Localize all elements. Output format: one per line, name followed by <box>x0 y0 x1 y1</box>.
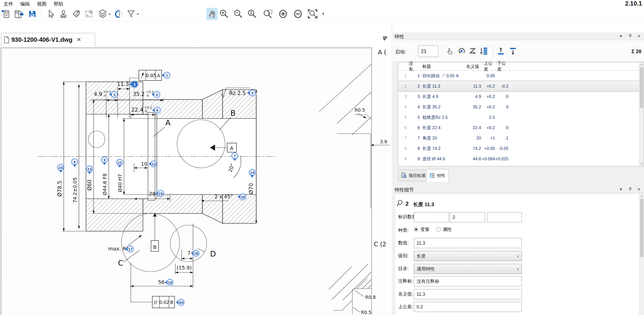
chevron-down-icon: ∨ <box>517 254 519 258</box>
svg-text:1: 1 <box>90 11 91 13</box>
toolbar-collapse-caret[interactable] <box>321 12 324 15</box>
tab-characteristics-label: 特性 <box>437 173 445 179</box>
characteristics-table: 没有。 标题 名义值 上公差 下公差 11径向跳动 ↗ 0.05 A0.0522… <box>398 62 644 166</box>
document-tab[interactable]: 930-1200-406-V1.dwg ✕ <box>1 33 95 46</box>
panel-pin-icon[interactable] <box>629 187 632 192</box>
table-row-2[interactable]: 22长度 11.311.3+0.2-0.2 <box>398 81 639 91</box>
kind-radio-group: 变量属性 <box>414 226 458 233</box>
selection-border <box>1 48 372 315</box>
panel-dropdown-icon[interactable]: ▼ <box>619 34 623 38</box>
decrease-button[interactable] <box>292 8 304 20</box>
detail-scrollbar[interactable]: ∧ <box>639 194 644 315</box>
id-count-input-3[interactable] <box>487 212 522 222</box>
id-count-input-2[interactable] <box>450 212 485 222</box>
project-expand-icon <box>401 173 407 178</box>
id-count-input-1[interactable] <box>414 212 449 222</box>
dim-text: 3.9 <box>380 139 387 144</box>
properties-panel-title: 特性 <box>395 33 404 40</box>
detail-item-title: 长度 11.3 <box>413 201 434 208</box>
properties-panel-header: 特性 ▼ ✕ <box>393 32 644 40</box>
table-row-8[interactable]: 88长度 74.274.2+0.05-0.05 <box>398 143 639 154</box>
filter-dropdown-caret[interactable] <box>137 14 139 16</box>
kind-radio-0[interactable]: 变量 <box>414 226 430 232</box>
kind-label: 种类: <box>398 227 409 233</box>
renumber-rotate-icon[interactable] <box>457 47 467 56</box>
zoom-in-tool-button[interactable] <box>219 8 230 20</box>
filter-tool-button[interactable] <box>125 8 137 20</box>
zoom-window-tool-button[interactable] <box>263 8 274 20</box>
start-input[interactable] <box>418 46 438 57</box>
panel-dropdown-icon[interactable]: ▼ <box>619 187 623 191</box>
col-lower[interactable]: 下公差 <box>496 62 509 70</box>
col-no[interactable]: 没有。 <box>409 62 422 70</box>
document-tabbar: 930-1200-406-V1.dwg ✕ <box>0 33 391 46</box>
zoom-fit-tool-button[interactable] <box>307 8 318 20</box>
properties-panel: 特性 ▼ ✕ 启动: Σ 20 <box>393 32 644 315</box>
mirror-split-tool-button[interactable] <box>114 8 125 20</box>
layers-tool-button[interactable] <box>97 8 108 20</box>
main-toolbar: A1 <box>0 7 644 21</box>
balloon-region-tool-button[interactable]: A1 <box>83 8 95 20</box>
table-row-5[interactable]: 55粗糙度Rz 2.52.5 <box>398 112 639 123</box>
open-document-button[interactable] <box>13 8 24 20</box>
properties-toolbar: 启动: Σ 20 <box>393 41 644 61</box>
value-label: 数值: <box>398 240 409 246</box>
characteristics-list-icon <box>430 173 435 178</box>
move-top-icon[interactable] <box>496 47 506 56</box>
dim-text: C (2 <box>374 241 386 248</box>
increase-button[interactable] <box>277 8 289 20</box>
chevron-down-icon: ∨ <box>517 267 519 271</box>
balloon-icon <box>396 200 403 207</box>
zoom-out-tool-button[interactable] <box>233 8 244 20</box>
table-row-1[interactable]: 11径向跳动 ↗ 0.05 A0.05 <box>398 71 639 81</box>
layers-dropdown-caret[interactable] <box>108 14 111 16</box>
renumber-list-icon[interactable] <box>479 47 489 56</box>
note-input[interactable] <box>414 276 522 286</box>
tab-project-expand[interactable]: 项目拓展 <box>398 170 429 181</box>
select-tool-button[interactable] <box>45 8 56 20</box>
menubar: 文件编辑视图帮助 <box>0 0 644 7</box>
table-row-7[interactable]: 77角度 2020+1-1 <box>398 133 639 143</box>
document-icon <box>4 36 9 43</box>
zoom-dynamic-tool-button[interactable] <box>247 8 258 20</box>
tab-close-icon[interactable]: ✕ <box>76 36 81 43</box>
col-nominal[interactable]: 名义值 <box>464 62 483 70</box>
panel-divider <box>392 21 392 315</box>
table-row-9[interactable]: 99直径 Ø 44.644.6+0.064+0.025 <box>398 154 639 164</box>
table-row-4[interactable]: 44长度 35.235.2+0.20 <box>398 102 639 112</box>
pointer-hand-icon[interactable] <box>446 47 455 56</box>
value-input[interactable] <box>414 238 522 248</box>
panel-close-icon[interactable]: ✕ <box>637 34 640 38</box>
panel-close-icon[interactable]: ✕ <box>637 187 640 192</box>
new-document-button[interactable] <box>1 8 12 20</box>
start-label: 启动: <box>395 49 406 55</box>
tab-characteristics[interactable]: 特性 <box>426 169 449 182</box>
move-bottom-icon[interactable] <box>508 47 518 56</box>
table-row-6[interactable]: 66长度 22.422.4+0.20 <box>398 123 639 133</box>
class-label: 级别: <box>398 253 409 259</box>
document-tab-title: 930-1200-406-V1.dwg <box>11 36 72 43</box>
tab-list-icon[interactable] <box>383 36 389 43</box>
col-title[interactable]: 标题 <box>422 62 464 70</box>
stamp-tool-button[interactable] <box>58 8 69 20</box>
table-row-3[interactable]: 33长度 4.94.9+0.20 <box>398 91 639 102</box>
upper-tolerance-input[interactable] <box>414 302 522 312</box>
panel-pin-icon[interactable] <box>629 34 632 39</box>
catalog-select[interactable]: 通用特性∨ <box>414 264 522 274</box>
pan-hand-tool-button[interactable] <box>206 8 218 20</box>
z-order-renumber-icon[interactable] <box>468 47 478 56</box>
table-scrollbar[interactable]: ∧ ∨ <box>639 62 644 166</box>
detail-panel-header: 特性细节 ▼ ✕ <box>393 186 644 193</box>
drawing-canvas[interactable]: 11.34.9+0.2-035.2+0.2-022.4+0.2-0Rz 2.5B… <box>0 46 391 315</box>
nominal-input[interactable] <box>414 289 522 299</box>
save-button[interactable] <box>27 8 38 20</box>
sum-count-label: Σ 20 <box>631 49 641 54</box>
toolbar-separator <box>41 9 41 19</box>
kind-radio-1[interactable]: 属性 <box>436 226 452 232</box>
tab-project-expand-label: 项目拓展 <box>409 173 426 179</box>
tag-tool-button[interactable] <box>71 8 82 20</box>
class-select[interactable]: 长度∨ <box>414 251 522 261</box>
detail-panel-title: 特性细节 <box>395 187 414 193</box>
version-label: 2.10.1 <box>625 0 642 7</box>
col-upper[interactable]: 上公差 <box>483 62 496 70</box>
